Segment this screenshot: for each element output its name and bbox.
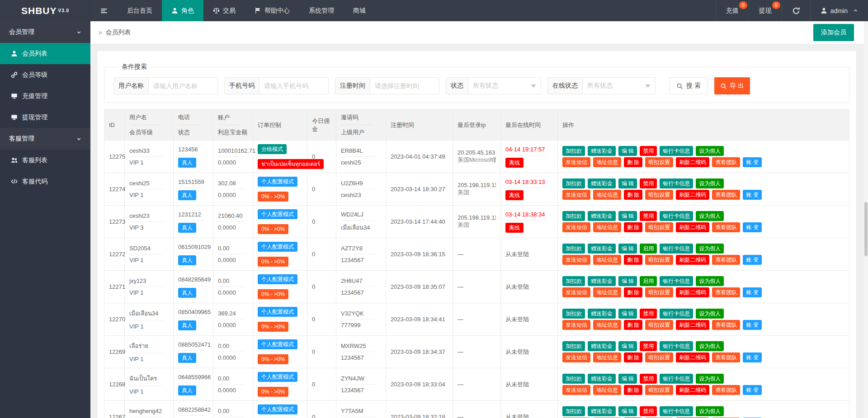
set-fake-user-button[interactable]: 设为假人 bbox=[696, 211, 724, 221]
vertical-scrollbar[interactable] bbox=[864, 21, 868, 418]
sidebar-item-member-list[interactable]: 会员列表 bbox=[0, 43, 90, 64]
set-fake-user-button[interactable]: 设为假人 bbox=[696, 146, 724, 156]
gift-bonus-button[interactable]: 赠送彩金 bbox=[588, 374, 616, 384]
hidden-deduct-settings-button[interactable]: 暗扣设置 bbox=[645, 352, 673, 362]
bank-card-info-button[interactable]: 银行卡信息 bbox=[660, 244, 693, 254]
regtime-input[interactable] bbox=[370, 78, 439, 94]
add-deduct-button[interactable]: 加扣款 bbox=[562, 341, 585, 351]
address-info-button[interactable]: 地址信息 bbox=[593, 352, 621, 362]
sidebar-collapse-toggle[interactable] bbox=[90, 0, 118, 21]
scrollbar-thumb[interactable] bbox=[864, 202, 868, 256]
refresh-qrcode-button[interactable]: 刷新二维码 bbox=[676, 320, 709, 330]
sidebar-group-service-management[interactable]: 客服管理 bbox=[0, 128, 90, 150]
refresh-qrcode-button[interactable]: 刷新二维码 bbox=[676, 157, 709, 167]
edit-button[interactable]: 编 辑 bbox=[618, 341, 637, 351]
hidden-deduct-settings-button[interactable]: 暗扣设置 bbox=[645, 222, 673, 232]
view-team-button[interactable]: 查看团队 bbox=[712, 287, 740, 297]
topnav-item-mall[interactable]: 商城 bbox=[344, 0, 375, 21]
toggle-enable-button[interactable]: 禁用 bbox=[640, 374, 657, 384]
topnav-admin[interactable]: admin bbox=[810, 0, 868, 21]
delete-button[interactable]: 删 除 bbox=[624, 190, 642, 200]
sidebar-group-member-management[interactable]: 会员管理 bbox=[0, 21, 90, 43]
toggle-enable-button[interactable]: 禁用 bbox=[640, 309, 657, 319]
set-fake-user-button[interactable]: 设为假人 bbox=[696, 178, 724, 188]
view-team-button[interactable]: 查看团队 bbox=[712, 352, 740, 362]
set-fake-user-button[interactable]: 设为假人 bbox=[696, 406, 724, 416]
address-info-button[interactable]: 地址信息 bbox=[593, 157, 621, 167]
topnav-recharge[interactable]: 充值0 bbox=[716, 0, 749, 21]
bank-card-info-button[interactable]: 银行卡信息 bbox=[660, 374, 693, 384]
add-deduct-button[interactable]: 加扣款 bbox=[562, 146, 585, 156]
toggle-enable-button[interactable]: 禁用 bbox=[640, 211, 657, 221]
set-fake-user-button[interactable]: 设为假人 bbox=[696, 341, 724, 351]
delete-button[interactable]: 删 除 bbox=[624, 320, 642, 330]
refresh-qrcode-button[interactable]: 刷新二维码 bbox=[676, 222, 709, 232]
account-change-button[interactable]: 账 变 bbox=[743, 320, 761, 330]
delete-button[interactable]: 删 除 bbox=[624, 352, 642, 362]
phone-input[interactable] bbox=[259, 78, 328, 94]
bank-card-info-button[interactable]: 银行卡信息 bbox=[660, 406, 693, 416]
set-fake-user-button[interactable]: 设为假人 bbox=[696, 309, 724, 319]
topnav-item-role[interactable]: 角色 bbox=[162, 0, 203, 21]
sidebar-item-recharge-management[interactable]: 充值管理 bbox=[0, 85, 90, 107]
refresh-qrcode-button[interactable]: 刷新二维码 bbox=[676, 255, 709, 265]
toggle-enable-button[interactable]: 禁用 bbox=[640, 146, 657, 156]
account-change-button[interactable]: 账 变 bbox=[743, 255, 761, 265]
hidden-deduct-settings-button[interactable]: 暗扣设置 bbox=[645, 385, 673, 395]
account-change-button[interactable]: 账 变 bbox=[743, 287, 761, 297]
gift-bonus-button[interactable]: 赠送彩金 bbox=[588, 178, 616, 188]
set-fake-user-button[interactable]: 设为假人 bbox=[696, 374, 724, 384]
topnav-item-trade[interactable]: 交易 bbox=[203, 0, 245, 21]
bank-card-info-button[interactable]: 银行卡信息 bbox=[660, 309, 693, 319]
add-deduct-button[interactable]: 加扣款 bbox=[562, 309, 585, 319]
view-team-button[interactable]: 查看团队 bbox=[712, 222, 740, 232]
add-deduct-button[interactable]: 加扣款 bbox=[562, 276, 585, 286]
hidden-deduct-settings-button[interactable]: 暗扣设置 bbox=[645, 157, 673, 167]
view-team-button[interactable]: 查看团队 bbox=[712, 320, 740, 330]
send-sms-button[interactable]: 发送短信 bbox=[562, 255, 590, 265]
online-status-select[interactable]: 所有状态 bbox=[583, 78, 655, 94]
send-sms-button[interactable]: 发送短信 bbox=[562, 157, 590, 167]
toggle-enable-button[interactable]: 启用 bbox=[640, 276, 657, 286]
topnav-withdraw[interactable]: 提现0 bbox=[749, 0, 782, 21]
send-sms-button[interactable]: 发送短信 bbox=[562, 320, 590, 330]
delete-button[interactable]: 删 除 bbox=[624, 222, 642, 232]
sidebar-item-service-list[interactable]: 客服列表 bbox=[0, 150, 90, 171]
add-deduct-button[interactable]: 加扣款 bbox=[562, 374, 585, 384]
address-info-button[interactable]: 地址信息 bbox=[593, 222, 621, 232]
add-deduct-button[interactable]: 加扣款 bbox=[562, 178, 585, 188]
set-fake-user-button[interactable]: 设为假人 bbox=[696, 244, 724, 254]
address-info-button[interactable]: 地址信息 bbox=[593, 385, 621, 395]
edit-button[interactable]: 编 辑 bbox=[618, 374, 637, 384]
edit-button[interactable]: 编 辑 bbox=[618, 211, 637, 221]
sidebar-item-service-code[interactable]: 客服代码 bbox=[0, 171, 90, 192]
bank-card-info-button[interactable]: 银行卡信息 bbox=[660, 341, 693, 351]
view-team-button[interactable]: 查看团队 bbox=[712, 190, 740, 200]
topnav-item-system[interactable]: 系统管理 bbox=[299, 0, 344, 21]
sidebar-item-member-level[interactable]: 会员等级 bbox=[0, 64, 90, 85]
add-deduct-button[interactable]: 加扣款 bbox=[562, 406, 585, 416]
account-change-button[interactable]: 账 变 bbox=[743, 157, 761, 167]
address-info-button[interactable]: 地址信息 bbox=[593, 287, 621, 297]
delete-button[interactable]: 删 除 bbox=[624, 385, 642, 395]
view-team-button[interactable]: 查看团队 bbox=[712, 255, 740, 265]
edit-button[interactable]: 编 辑 bbox=[618, 146, 637, 156]
hidden-deduct-settings-button[interactable]: 暗扣设置 bbox=[645, 287, 673, 297]
gift-bonus-button[interactable]: 赠送彩金 bbox=[588, 406, 616, 416]
bank-card-info-button[interactable]: 银行卡信息 bbox=[660, 211, 693, 221]
add-deduct-button[interactable]: 加扣款 bbox=[562, 244, 585, 254]
refresh-qrcode-button[interactable]: 刷新二维码 bbox=[676, 190, 709, 200]
delete-button[interactable]: 删 除 bbox=[624, 157, 642, 167]
topnav-item-help[interactable]: 帮助中心 bbox=[245, 0, 299, 21]
hidden-deduct-settings-button[interactable]: 暗扣设置 bbox=[645, 190, 673, 200]
send-sms-button[interactable]: 发送短信 bbox=[562, 222, 590, 232]
gift-bonus-button[interactable]: 赠送彩金 bbox=[588, 244, 616, 254]
edit-button[interactable]: 编 辑 bbox=[618, 309, 637, 319]
refresh-qrcode-button[interactable]: 刷新二维码 bbox=[676, 385, 709, 395]
delete-button[interactable]: 删 除 bbox=[624, 287, 642, 297]
bank-card-info-button[interactable]: 银行卡信息 bbox=[660, 276, 693, 286]
topnav-refresh[interactable] bbox=[782, 0, 810, 21]
view-team-button[interactable]: 查看团队 bbox=[712, 385, 740, 395]
gift-bonus-button[interactable]: 赠送彩金 bbox=[588, 146, 616, 156]
topnav-item-home[interactable]: 后台首页 bbox=[118, 0, 162, 21]
